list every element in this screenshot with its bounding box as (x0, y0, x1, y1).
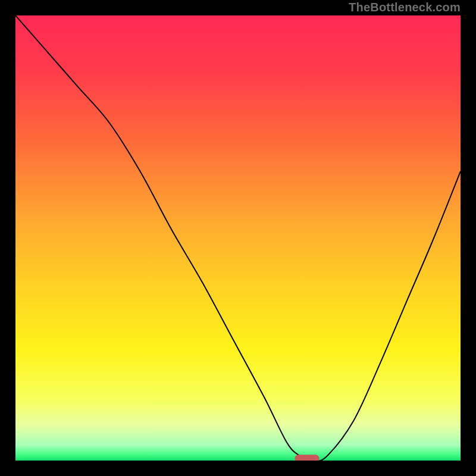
chart-frame (14, 14, 462, 462)
watermark-text: TheBottleneck.com (349, 1, 461, 14)
chart-svg (15, 15, 461, 461)
target-marker (295, 455, 319, 461)
bottleneck-curve (15, 15, 461, 461)
